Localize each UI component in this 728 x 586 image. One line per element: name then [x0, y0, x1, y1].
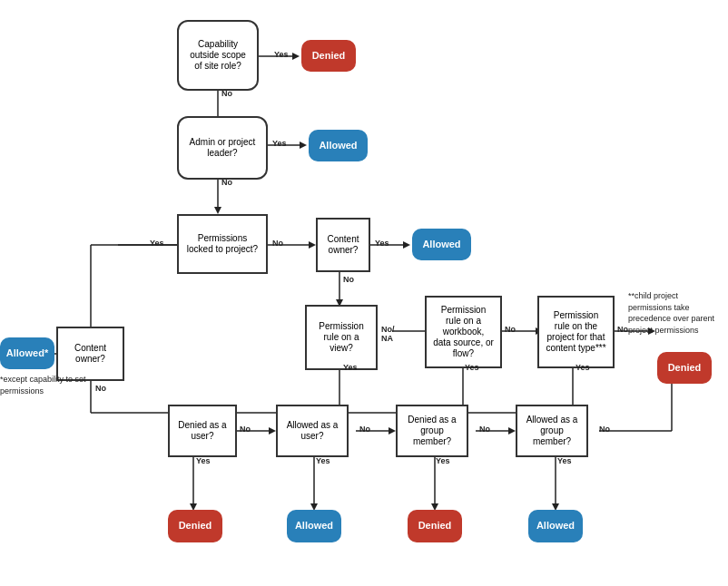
- allowed-star: Allowed*: [0, 337, 54, 369]
- denied-user-node: Denied as a user?: [168, 405, 237, 457]
- no-label-denied-group: No: [479, 425, 490, 434]
- yes-label-allowed-user: Yes: [316, 456, 330, 465]
- svg-marker-1: [292, 53, 300, 60]
- denied-b3: Denied: [408, 510, 462, 542]
- denied-group-node: Denied as a group member?: [396, 405, 468, 457]
- no-label-allowed-group: No: [599, 425, 610, 434]
- perm-view-node: Permission rule on a view?: [305, 305, 378, 370]
- no-label-co-mid: No: [343, 275, 354, 284]
- svg-marker-12: [403, 241, 410, 249]
- svg-marker-39: [269, 427, 276, 435]
- yes-label-perm-view: Yes: [343, 363, 358, 372]
- no-label-1: No: [221, 89, 232, 98]
- flowchart-diagram: Capability outside scope of site role? Y…: [0, 0, 728, 586]
- yes-label-allowed-group: Yes: [557, 456, 572, 465]
- no-label-perm-project: No: [617, 325, 628, 334]
- content-owner-mid: Content owner?: [316, 218, 370, 272]
- allowed-2: Allowed: [412, 229, 471, 260]
- allowed-group-node: Allowed as a group member?: [516, 405, 588, 457]
- star-note: *except capability to set permissions: [0, 374, 91, 396]
- child-note: **child project permissions take precede…: [628, 290, 719, 336]
- content-owner-left: Content owner?: [56, 327, 124, 381]
- yes-label-perm-project: Yes: [576, 363, 590, 372]
- perm-workbook-node: Permission rule on a workbook, data sour…: [425, 296, 502, 368]
- allowed-b4: Allowed: [528, 510, 583, 542]
- allowed-user-node: Allowed as a user?: [276, 405, 349, 457]
- allowed-1: Allowed: [309, 130, 368, 161]
- yes-label-co-mid: Yes: [375, 239, 389, 248]
- no-label-2: No: [221, 178, 232, 187]
- connector-lines: [0, 0, 728, 586]
- no-label-perm: No: [272, 239, 283, 248]
- denied-right: Denied: [657, 352, 712, 384]
- denied-top: Denied: [301, 40, 356, 72]
- no-label-perm-workbook: No: [505, 325, 516, 334]
- denied-b1: Denied: [168, 510, 222, 542]
- yes-label-perm-workbook: Yes: [465, 363, 479, 372]
- yes-label-perm: Yes: [150, 239, 164, 248]
- yes-label-denied-group: Yes: [436, 456, 450, 465]
- svg-marker-41: [389, 427, 396, 435]
- perm-project-node: Permission rule on the project for that …: [537, 296, 615, 368]
- svg-marker-5: [300, 142, 307, 149]
- no-label-denied-user: No: [240, 425, 251, 434]
- perm-locked-node: Permissions locked to project?: [177, 214, 268, 274]
- svg-marker-43: [508, 427, 516, 435]
- capability-node: Capability outside scope of site role?: [177, 20, 259, 91]
- no-na-label-perm-view: No/NA: [381, 325, 395, 343]
- no-label-allowed-user: No: [359, 425, 370, 434]
- svg-marker-10: [309, 241, 316, 249]
- no-label-co-left: No: [95, 384, 106, 393]
- yes-label-2: Yes: [272, 139, 287, 148]
- admin-node: Admin or project leader?: [177, 116, 268, 180]
- yes-label-1: Yes: [274, 50, 289, 59]
- yes-label-denied-user: Yes: [196, 456, 211, 465]
- svg-marker-7: [214, 207, 221, 214]
- allowed-b2: Allowed: [287, 510, 341, 542]
